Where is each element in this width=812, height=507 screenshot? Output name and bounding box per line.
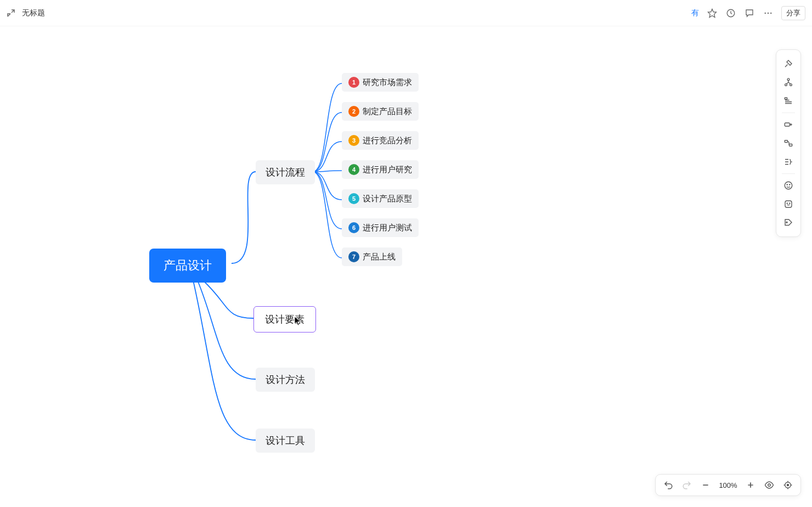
- leaf-node[interactable]: 3进行竞品分析: [342, 131, 419, 150]
- svg-point-16: [787, 203, 787, 204]
- leaf-node[interactable]: 7产品上线: [342, 247, 402, 266]
- topbar-left: 无标题: [7, 8, 45, 18]
- svg-point-14: [790, 184, 790, 185]
- zoom-out-icon[interactable]: [698, 478, 713, 492]
- branch-node[interactable]: 设计工具: [256, 429, 315, 453]
- leaf-node[interactable]: 1研究市场需求: [342, 73, 419, 92]
- tag-tool-icon[interactable]: [779, 213, 798, 232]
- root-node-label: 产品设计: [163, 258, 212, 272]
- svg-point-19: [768, 484, 771, 487]
- leaf-node-label: 进行用户研究: [363, 165, 412, 175]
- leaf-node-label: 制定产品目标: [363, 106, 412, 117]
- presence-indicator[interactable]: 有: [691, 8, 699, 18]
- number-badge: 4: [348, 164, 359, 175]
- leaf-node[interactable]: 5设计产品原型: [342, 189, 419, 208]
- branch-node-label: 设计要素: [265, 314, 304, 325]
- leaf-node[interactable]: 6进行用户测试: [342, 218, 419, 237]
- share-button[interactable]: 分享: [781, 6, 805, 20]
- svg-rect-8: [785, 98, 787, 99]
- bottom-toolbar: 100%: [655, 474, 801, 496]
- branch-node[interactable]: 设计要素: [253, 306, 316, 333]
- svg-point-12: [785, 182, 792, 189]
- zoom-in-icon[interactable]: [743, 478, 758, 492]
- branch-node-label: 设计工具: [266, 435, 305, 446]
- history-icon[interactable]: [725, 8, 736, 19]
- sticker-tool-icon[interactable]: [779, 195, 798, 213]
- number-badge: 2: [348, 106, 359, 117]
- locate-icon[interactable]: [781, 478, 795, 492]
- zoom-level: 100%: [717, 481, 739, 489]
- number-badge: 3: [348, 135, 359, 146]
- branch-node[interactable]: 设计方法: [256, 368, 315, 392]
- outline-tool-icon[interactable]: [779, 92, 798, 110]
- svg-rect-9: [785, 123, 790, 126]
- view-mode-icon[interactable]: [762, 478, 776, 492]
- number-badge: 7: [348, 251, 359, 262]
- style-tool-icon[interactable]: [779, 54, 798, 73]
- leaf-node[interactable]: 4进行用户研究: [342, 160, 419, 179]
- summary-tool-icon[interactable]: [779, 153, 798, 171]
- leaf-node-label: 研究市场需求: [363, 77, 412, 88]
- number-badge: 6: [348, 222, 359, 233]
- comment-icon[interactable]: [744, 8, 755, 19]
- side-toolbar: [776, 49, 801, 237]
- document-title[interactable]: 无标题: [22, 8, 45, 18]
- branch-node-label: 设计方法: [266, 374, 305, 385]
- svg-point-18: [786, 222, 787, 223]
- star-icon[interactable]: [707, 8, 718, 19]
- collapse-icon[interactable]: [7, 9, 15, 18]
- svg-marker-0: [708, 9, 717, 17]
- svg-point-13: [787, 184, 787, 185]
- root-node[interactable]: 产品设计: [149, 249, 226, 283]
- toolbar-divider: [782, 112, 795, 113]
- leaf-node-label: 产品上线: [363, 252, 396, 262]
- svg-rect-11: [790, 144, 792, 147]
- svg-point-4: [770, 12, 771, 13]
- svg-point-5: [787, 78, 790, 81]
- svg-point-3: [768, 12, 769, 13]
- leaf-node-label: 进行用户测试: [363, 223, 412, 233]
- svg-point-21: [787, 485, 789, 486]
- svg-point-17: [790, 203, 790, 204]
- branch-node-label: 设计流程: [266, 167, 305, 178]
- more-icon[interactable]: [763, 8, 774, 19]
- topbar: 无标题 有 分享: [0, 0, 812, 26]
- leaf-node[interactable]: 2制定产品目标: [342, 102, 419, 121]
- svg-rect-10: [785, 140, 787, 143]
- emoji-tool-icon[interactable]: [779, 176, 798, 195]
- topbar-right: 有 分享: [691, 6, 805, 20]
- number-badge: 1: [348, 77, 359, 88]
- mindmap-canvas[interactable]: 产品设计 设计流程设计要素设计方法设计工具 1研究市场需求2制定产品目标3进行竞…: [0, 26, 812, 507]
- svg-rect-15: [785, 201, 792, 207]
- undo-icon[interactable]: [661, 478, 675, 492]
- leaf-node-label: 进行竞品分析: [363, 136, 412, 146]
- number-badge: 5: [348, 193, 359, 204]
- branch-node[interactable]: 设计流程: [256, 160, 315, 184]
- connection-lines: [0, 26, 812, 507]
- relation-tool-icon[interactable]: [779, 134, 798, 153]
- leaf-node-label: 设计产品原型: [363, 194, 412, 204]
- svg-point-2: [765, 12, 766, 13]
- structure-tool-icon[interactable]: [779, 73, 798, 92]
- insert-topic-icon[interactable]: [779, 115, 798, 134]
- toolbar-divider: [782, 173, 795, 174]
- redo-icon[interactable]: [680, 478, 694, 492]
